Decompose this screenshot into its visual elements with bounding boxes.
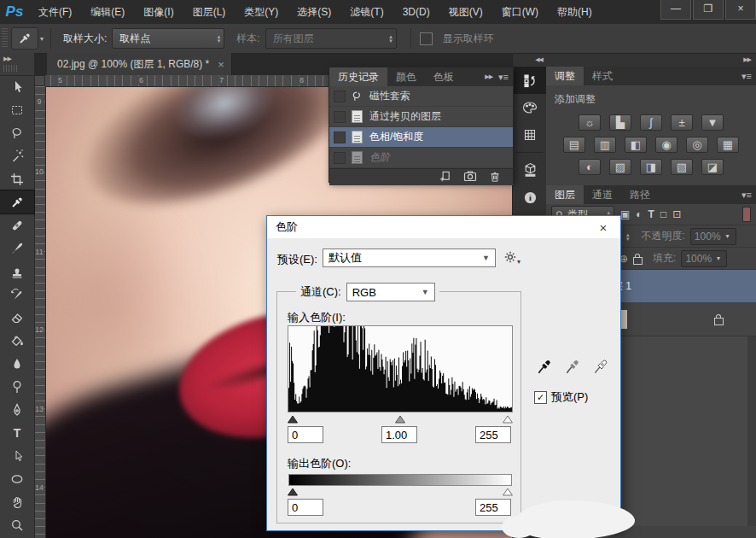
- tool-presets-panel-button[interactable]: [513, 156, 547, 184]
- collapse-panels-icon[interactable]: ▶▶: [743, 56, 751, 63]
- delete-state-trash-icon[interactable]: [489, 170, 501, 185]
- minimize-button[interactable]: —: [660, 0, 691, 20]
- filter-switch[interactable]: [742, 207, 751, 222]
- clone-stamp-tool[interactable]: [0, 260, 34, 283]
- input-shadow-field[interactable]: [288, 426, 323, 443]
- eyedropper-tool[interactable]: [0, 190, 34, 213]
- eraser-tool[interactable]: [0, 306, 34, 329]
- ellipse-shape-tool[interactable]: [0, 467, 34, 490]
- history-source-well[interactable]: [334, 91, 346, 102]
- preview-option[interactable]: ✓ 预览(P): [534, 389, 588, 405]
- menu-file[interactable]: 文件(F): [29, 1, 81, 24]
- tab-history[interactable]: 历史记录: [329, 67, 387, 86]
- menu-view[interactable]: 视图(V): [439, 1, 492, 24]
- color-balance-icon[interactable]: ▥: [594, 137, 616, 153]
- history-source-well[interactable]: [334, 152, 346, 164]
- dialog-title-bar[interactable]: 色阶 ×: [267, 216, 620, 238]
- expand-arrows-icon[interactable]: ▶▶: [3, 56, 11, 62]
- info-panel-button[interactable]: [513, 184, 547, 211]
- hand-tool[interactable]: [0, 490, 34, 513]
- type-tool[interactable]: T: [0, 421, 34, 444]
- menu-3d[interactable]: 3D(D): [393, 1, 439, 24]
- color-lookup-icon[interactable]: ▦: [717, 137, 739, 153]
- vibrance-icon[interactable]: ▼: [701, 114, 724, 131]
- menu-window[interactable]: 窗口(W): [492, 1, 548, 24]
- pen-tool[interactable]: [0, 398, 34, 421]
- gradient-map-icon[interactable]: ▧: [671, 159, 693, 175]
- channel-dropdown[interactable]: RGB▼: [346, 283, 435, 301]
- selective-color-icon[interactable]: ◪: [701, 159, 724, 175]
- dialog-close-icon[interactable]: ×: [595, 220, 612, 235]
- history-source-well[interactable]: [334, 132, 346, 143]
- curves-icon[interactable]: ∫: [640, 114, 662, 131]
- history-brush-tool[interactable]: [0, 283, 34, 306]
- menu-layer[interactable]: 图层(L): [183, 1, 236, 24]
- history-item[interactable]: 磁性套索: [329, 86, 513, 107]
- eyedropper-tool-preset[interactable]: [11, 27, 38, 50]
- tab-swatches[interactable]: 色板: [425, 67, 462, 86]
- menu-edit[interactable]: 编辑(E): [81, 1, 134, 24]
- maximize-button[interactable]: ❐: [693, 0, 724, 20]
- collapse-arrows-icon[interactable]: ▶▶: [485, 73, 492, 80]
- hue-saturation-icon[interactable]: ▤: [563, 137, 585, 153]
- filter-shape-layers-icon[interactable]: □: [660, 208, 666, 220]
- preview-checkbox[interactable]: ✓: [534, 391, 547, 404]
- preset-dropdown[interactable]: 默认值▼: [323, 249, 496, 267]
- spinner-icon[interactable]: ▴▾: [626, 232, 630, 241]
- move-tool[interactable]: [0, 75, 34, 98]
- tab-color[interactable]: 颜色: [387, 67, 425, 86]
- tab-styles[interactable]: 样式: [584, 67, 621, 85]
- output-shadow-slider[interactable]: [288, 486, 298, 499]
- color-panel-button[interactable]: [513, 94, 547, 121]
- tab-layers[interactable]: 图层: [546, 185, 584, 204]
- filter-smart-objects-icon[interactable]: ⊡: [672, 208, 681, 220]
- black-white-icon[interactable]: ◧: [625, 137, 647, 153]
- input-gamma-slider[interactable]: [395, 413, 405, 426]
- tool-preset-caret-icon[interactable]: ▾: [40, 35, 44, 43]
- menu-select[interactable]: 选择(S): [288, 1, 340, 24]
- filter-type-layers-icon[interactable]: T: [648, 208, 654, 220]
- zoom-tool[interactable]: [0, 513, 34, 536]
- filter-adjustment-layers-icon[interactable]: ◐: [636, 208, 642, 220]
- photo-filter-icon[interactable]: ◉: [655, 137, 677, 153]
- menu-filter[interactable]: 滤镜(T): [340, 1, 393, 24]
- threshold-icon[interactable]: ◨: [640, 159, 662, 175]
- panel-menu-icon[interactable]: ▾≡: [498, 72, 509, 83]
- filter-pixel-layers-icon[interactable]: ▣: [620, 208, 630, 220]
- output-highlight-field[interactable]: [475, 499, 511, 516]
- path-selection-tool[interactable]: [0, 444, 34, 467]
- swatches-panel-button[interactable]: [513, 121, 547, 149]
- gray-point-eyedropper[interactable]: [564, 358, 579, 377]
- levels-icon[interactable]: ▙: [609, 114, 631, 131]
- crop-tool[interactable]: [0, 167, 34, 190]
- lock-all-icon[interactable]: [633, 257, 643, 265]
- menu-image[interactable]: 图像(I): [134, 1, 183, 24]
- channel-mixer-icon[interactable]: ◎: [686, 137, 708, 153]
- input-gamma-field[interactable]: [381, 426, 417, 443]
- tab-channels[interactable]: 通道: [584, 185, 621, 204]
- tab-paths[interactable]: 路径: [621, 185, 659, 204]
- invert-icon[interactable]: ◐: [579, 159, 601, 175]
- tools-dock-header[interactable]: ▶▶: [0, 53, 34, 76]
- history-source-well[interactable]: [334, 111, 346, 123]
- gradient-paint-bucket-tool[interactable]: [0, 329, 34, 352]
- menu-help[interactable]: 帮助(H): [548, 1, 602, 24]
- preset-gear-icon[interactable]: ▾: [503, 250, 520, 266]
- panel-menu-icon[interactable]: ▾≡: [741, 190, 752, 201]
- input-shadow-slider[interactable]: [288, 413, 298, 426]
- panel-menu-icon[interactable]: ▾≡: [741, 71, 752, 82]
- sample-size-dropdown[interactable]: 取样点 ▴▾: [112, 28, 224, 49]
- document-tab[interactable]: 02.jpg @ 100% (图层 1, RGB/8) * ×: [47, 53, 232, 75]
- history-item[interactable]: 通过拷贝的图层: [329, 107, 513, 127]
- dodge-tool[interactable]: [0, 375, 34, 398]
- history-panel-button[interactable]: [513, 67, 547, 94]
- posterize-icon[interactable]: ▨: [609, 159, 631, 175]
- input-highlight-field[interactable]: [475, 426, 511, 443]
- white-point-eyedropper[interactable]: [592, 358, 608, 377]
- exposure-icon[interactable]: ±: [671, 114, 693, 131]
- black-point-eyedropper[interactable]: [536, 358, 551, 377]
- new-document-from-state-icon[interactable]: [439, 170, 451, 185]
- tab-close-icon[interactable]: ×: [218, 58, 224, 71]
- lasso-tool[interactable]: [0, 121, 34, 144]
- blur-tool[interactable]: [0, 352, 34, 375]
